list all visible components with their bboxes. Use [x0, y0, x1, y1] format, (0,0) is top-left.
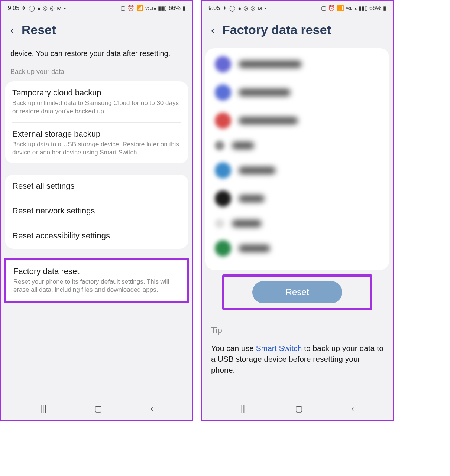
more-icon: •: [64, 5, 66, 12]
mail-icon: M: [57, 5, 62, 12]
back-nav-icon[interactable]: ‹: [150, 404, 153, 414]
more-icon: •: [265, 5, 266, 12]
reset-button[interactable]: Reset: [252, 281, 343, 303]
back-nav-icon[interactable]: ‹: [351, 404, 354, 414]
external-storage-backup[interactable]: External storage backup Back up data to …: [5, 123, 188, 163]
app-icon: [215, 219, 224, 228]
whatsapp-icon: ◯: [229, 5, 236, 12]
telegram-icon: ✈: [222, 5, 227, 12]
back-icon[interactable]: ‹: [10, 24, 14, 36]
factory-data-reset-highlight[interactable]: Factory data reset Reset your phone to i…: [4, 258, 189, 303]
app-row: [211, 135, 383, 156]
recents-icon[interactable]: |||: [40, 404, 46, 414]
app-row: [211, 213, 383, 234]
item-title: Reset all settings: [12, 181, 181, 191]
app-icon: [215, 240, 231, 257]
volte-icon: VoLTE: [346, 6, 357, 10]
app-icon: [215, 162, 231, 179]
app-name-blurred: [239, 195, 265, 202]
tip-label: Tip: [211, 326, 383, 335]
app-row: [211, 156, 383, 185]
instagram-icon: ◎: [43, 5, 48, 12]
reset-button-highlight: Reset: [222, 274, 372, 310]
app-row: [211, 78, 383, 107]
page-title: Reset: [22, 23, 56, 37]
app-icon: [215, 56, 231, 72]
clock: 9:05: [8, 5, 19, 12]
app-name-blurred: [239, 245, 270, 252]
app-row: [211, 185, 383, 213]
app-name-blurred: [232, 220, 262, 227]
tip-pre: You can use: [211, 344, 256, 352]
nav-bar: ||| ▢ ‹: [1, 397, 192, 420]
app-name-blurred: [239, 167, 276, 174]
alarm-icon: ⏰: [328, 5, 335, 12]
intro-text: device. You can restore your data after …: [1, 48, 192, 64]
battery-percent: 66%: [169, 5, 181, 12]
status-bar: 9:05 ✈ ◯ ● ◎ ◎ M • ▢ ⏰ 📶 VoLTE ▮▮▯ 66% ▮: [202, 1, 393, 15]
back-icon[interactable]: ‹: [211, 24, 215, 36]
section-label-backup: Back up your data: [1, 64, 192, 79]
mail-icon: M: [258, 5, 262, 12]
smart-switch-link[interactable]: Smart Switch: [256, 344, 302, 352]
chat-icon: ●: [37, 5, 41, 12]
reset-options-card: Reset all settings Reset network setting…: [5, 175, 188, 249]
page-title: Factory data reset: [222, 23, 331, 37]
page-header: ‹ Factory data reset: [202, 15, 393, 48]
backup-card: Temporary cloud backup Back up unlimited…: [5, 81, 188, 163]
app-icon: [215, 190, 231, 207]
app-name-blurred: [239, 61, 302, 68]
whatsapp-icon: ◯: [29, 5, 35, 12]
item-title: Temporary cloud backup: [12, 88, 181, 98]
phone-screenshot-left: 9:05 ✈ ◯ ● ◎ ◎ M • ▢ ⏰ 📶 VoLTE ▮▮▯ 66% ▮…: [0, 0, 193, 421]
item-desc: Back up data to a USB storage device. Re…: [12, 140, 181, 157]
nav-bar: ||| ▢ ‹: [202, 397, 393, 420]
recents-icon[interactable]: |||: [241, 404, 247, 414]
battery-icon: ▮: [182, 5, 185, 12]
page-header: ‹ Reset: [1, 15, 192, 48]
app-icon: [215, 113, 231, 129]
telegram-icon: ✈: [22, 5, 26, 12]
app-name-blurred: [232, 142, 254, 149]
home-icon[interactable]: ▢: [295, 404, 303, 414]
temporary-cloud-backup[interactable]: Temporary cloud backup Back up unlimited…: [5, 81, 188, 122]
app-row: [211, 234, 383, 263]
clock: 9:05: [208, 5, 220, 12]
app-icon: [215, 141, 224, 150]
reset-all-settings[interactable]: Reset all settings: [5, 175, 188, 199]
camera-icon: ◎: [250, 5, 255, 12]
instagram-icon: ◎: [243, 5, 248, 12]
battery-icon: ▮: [383, 5, 386, 12]
item-desc: Reset your phone to its factory default …: [13, 278, 180, 294]
home-icon[interactable]: ▢: [94, 404, 102, 414]
wifi-icon: 📶: [337, 5, 344, 12]
phone-screenshot-right: 9:05 ✈ ◯ ● ◎ ◎ M • ▢ ⏰ 📶 VoLTE ▮▮▯ 66% ▮…: [201, 0, 394, 421]
app-name-blurred: [239, 89, 291, 96]
chat-icon: ●: [238, 5, 241, 12]
signal-icon: ▮▮▯: [158, 5, 167, 12]
alarm-icon: ⏰: [127, 5, 135, 12]
reset-network-settings[interactable]: Reset network settings: [5, 199, 188, 224]
tip-text: You can use Smart Switch to back up your…: [211, 343, 383, 375]
item-title: Reset accessibility settings: [12, 231, 181, 241]
status-bar: 9:05 ✈ ◯ ● ◎ ◎ M • ▢ ⏰ 📶 VoLTE ▮▮▯ 66% ▮: [1, 1, 192, 15]
item-desc: Back up unlimited data to Samsung Cloud …: [12, 99, 181, 115]
camera-icon: ◎: [50, 5, 55, 12]
tip-section: Tip You can use Smart Switch to back up …: [202, 314, 393, 387]
app-row: [211, 50, 383, 78]
wifi-icon: 📶: [136, 5, 143, 12]
item-title: External storage backup: [12, 129, 181, 139]
app-icon: [215, 84, 231, 101]
battery-saver-icon: ▢: [321, 5, 326, 12]
signal-icon: ▮▮▯: [359, 5, 368, 12]
battery-saver-icon: ▢: [120, 5, 126, 12]
volte-icon: VoLTE: [145, 6, 156, 10]
app-row: [211, 107, 383, 135]
apps-list-blurred: [205, 48, 389, 270]
battery-percent: 66%: [369, 5, 381, 12]
app-name-blurred: [239, 117, 298, 124]
reset-accessibility-settings[interactable]: Reset accessibility settings: [5, 224, 188, 249]
item-title: Reset network settings: [12, 206, 181, 216]
item-title: Factory data reset: [13, 267, 180, 276]
